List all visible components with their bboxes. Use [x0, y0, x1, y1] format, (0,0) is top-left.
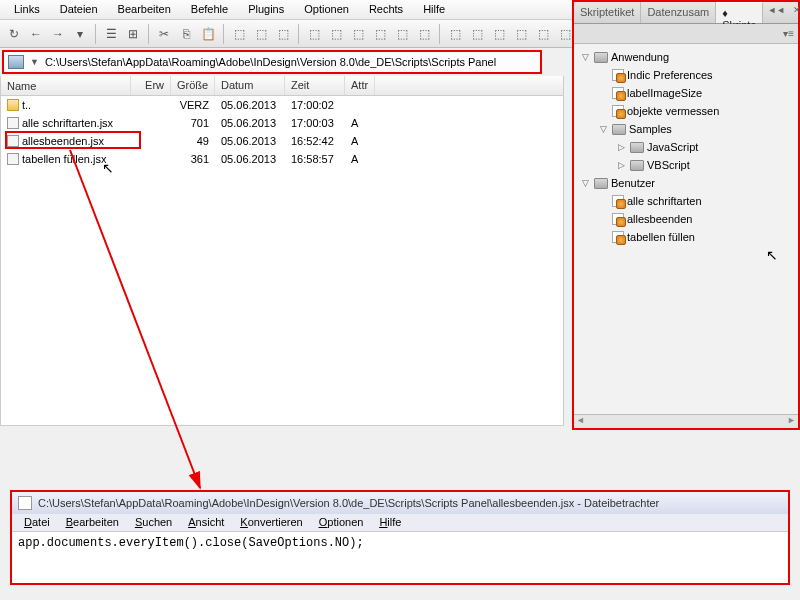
tab-data-merge[interactable]: Datenzusam: [641, 2, 716, 23]
viewer-content: app.documents.everyItem().close(SaveOpti…: [12, 532, 788, 583]
col-name[interactable]: Name: [1, 76, 131, 95]
file-row[interactable]: alle schriftarten.jsx70105.06.201317:00:…: [1, 114, 563, 132]
tool-icon[interactable]: ⬚: [511, 24, 531, 44]
menu-rechts[interactable]: Rechts: [359, 0, 413, 19]
script-icon: [612, 87, 624, 99]
viewer-menu-optionen[interactable]: Optionen: [311, 514, 372, 531]
cut-icon[interactable]: ✂: [154, 24, 174, 44]
folder-icon: [7, 99, 19, 111]
menu-plugins[interactable]: Plugins: [238, 0, 294, 19]
tree-item[interactable]: ▷JavaScript: [576, 138, 796, 156]
col-date[interactable]: Datum: [215, 76, 285, 95]
viewer-menu: DateiBearbeitenSuchenAnsichtKonvertieren…: [12, 514, 788, 532]
folder-icon: [630, 142, 644, 153]
viewer-menu-datei[interactable]: Datei: [16, 514, 58, 531]
current-path: C:\Users\Stefan\AppData\Roaming\Adobe\In…: [45, 56, 496, 68]
paste-icon[interactable]: 📋: [198, 24, 218, 44]
disclosure-icon[interactable]: ▽: [580, 52, 591, 62]
tool-icon[interactable]: ⬚: [273, 24, 293, 44]
file-row[interactable]: allesbeenden.jsx4905.06.201316:52:42A: [1, 132, 563, 150]
script-icon: [612, 69, 624, 81]
col-ext[interactable]: Erw: [131, 76, 171, 95]
script-tree: ▽AnwendungIndic PreferenceslabelImageSiz…: [574, 44, 798, 414]
menu-links[interactable]: Links: [4, 0, 50, 19]
col-time[interactable]: Zeit: [285, 76, 345, 95]
file-row[interactable]: t..VERZ05.06.201317:00:02: [1, 96, 563, 114]
viewer-menu-ansicht[interactable]: Ansicht: [180, 514, 232, 531]
file-icon: [7, 117, 19, 129]
scripts-panel: Skriptetiket Datenzusam ♦ Skripte ◄◄✕ ▾≡…: [572, 0, 800, 430]
file-row[interactable]: tabellen füllen.jsx36105.06.201316:58:57…: [1, 150, 563, 168]
menu-dateien[interactable]: Dateien: [50, 0, 108, 19]
tree-item[interactable]: ▽Anwendung: [576, 48, 796, 66]
disclosure-icon[interactable]: ▷: [616, 160, 627, 170]
back-icon[interactable]: ←: [26, 24, 46, 44]
viewer-title-text: C:\Users\Stefan\AppData\Roaming\Adobe\In…: [38, 497, 659, 509]
tab-script-label[interactable]: Skriptetiket: [574, 2, 641, 23]
menu-hilfe[interactable]: Hilfe: [413, 0, 455, 19]
script-icon: [612, 105, 624, 117]
tree-item[interactable]: allesbeenden: [576, 210, 796, 228]
script-icon: [612, 213, 624, 225]
tool-icon[interactable]: ⬚: [414, 24, 434, 44]
menu-befehle[interactable]: Befehle: [181, 0, 238, 19]
viewer-menu-hilfe[interactable]: Hilfe: [371, 514, 409, 531]
tree-item[interactable]: tabellen füllen: [576, 228, 796, 246]
tool-icon[interactable]: ⬚: [392, 24, 412, 44]
tree-item[interactable]: Indic Preferences: [576, 66, 796, 84]
document-icon: [18, 496, 32, 510]
tool-icon[interactable]: ⬚: [445, 24, 465, 44]
close-icon[interactable]: ✕: [789, 2, 800, 23]
collapse-icon[interactable]: ◄◄: [763, 2, 789, 23]
tool-icon[interactable]: ⬚: [304, 24, 324, 44]
folder-icon: [612, 124, 626, 135]
panel-tabs: Skriptetiket Datenzusam ♦ Skripte ◄◄✕: [574, 2, 798, 24]
file-icon: [7, 153, 19, 165]
col-attr[interactable]: Attr: [345, 76, 375, 95]
tool-icon[interactable]: ⬚: [229, 24, 249, 44]
script-icon: [612, 231, 624, 243]
tree-item[interactable]: alle schriftarten: [576, 192, 796, 210]
tree-item[interactable]: ▷VBScript: [576, 156, 796, 174]
folder-icon: [594, 52, 608, 63]
viewer-menu-bearbeiten[interactable]: Bearbeiten: [58, 514, 127, 531]
reload-icon[interactable]: ↻: [4, 24, 24, 44]
drive-icon: [8, 55, 24, 69]
panel-toolbar: ▾≡: [574, 24, 798, 44]
disclosure-icon[interactable]: ▽: [580, 178, 591, 188]
tool-icon[interactable]: ⬚: [348, 24, 368, 44]
disclosure-icon[interactable]: ▽: [598, 124, 609, 134]
menu-bearbeiten[interactable]: Bearbeiten: [108, 0, 181, 19]
file-icon: [7, 135, 19, 147]
tree-icon[interactable]: ⊞: [123, 24, 143, 44]
viewer-menu-suchen[interactable]: Suchen: [127, 514, 180, 531]
column-headers[interactable]: Name Erw Größe Datum Zeit Attr: [1, 76, 563, 96]
tool-icon[interactable]: ⬚: [533, 24, 553, 44]
folder-icon: [630, 160, 644, 171]
path-bar[interactable]: ▼ C:\Users\Stefan\AppData\Roaming\Adobe\…: [2, 50, 542, 74]
menu-optionen[interactable]: Optionen: [294, 0, 359, 19]
tree-item[interactable]: ▽Benutzer: [576, 174, 796, 192]
forward-icon[interactable]: →: [48, 24, 68, 44]
tool-icon[interactable]: ⬚: [251, 24, 271, 44]
file-list: Name Erw Größe Datum Zeit Attr t..VERZ05…: [0, 76, 564, 426]
tree-item[interactable]: ▽Samples: [576, 120, 796, 138]
panel-menu-icon[interactable]: ▾≡: [783, 28, 794, 39]
dropdown-icon[interactable]: ▾: [70, 24, 90, 44]
list-icon[interactable]: ☰: [101, 24, 121, 44]
col-size[interactable]: Größe: [171, 76, 215, 95]
tree-item[interactable]: objekte vermessen: [576, 102, 796, 120]
tool-icon[interactable]: ⬚: [326, 24, 346, 44]
viewer-titlebar: C:\Users\Stefan\AppData\Roaming\Adobe\In…: [12, 492, 788, 514]
tool-icon[interactable]: ⬚: [370, 24, 390, 44]
copy-icon[interactable]: ⎘: [176, 24, 196, 44]
viewer-menu-konvertieren[interactable]: Konvertieren: [232, 514, 310, 531]
tool-icon[interactable]: ⬚: [489, 24, 509, 44]
tree-item[interactable]: labelImageSize: [576, 84, 796, 102]
dropdown-icon[interactable]: ▼: [30, 57, 39, 67]
disclosure-icon[interactable]: ▷: [616, 142, 627, 152]
tool-icon[interactable]: ⬚: [467, 24, 487, 44]
script-icon: [612, 195, 624, 207]
tab-scripts[interactable]: ♦ Skripte: [716, 2, 763, 23]
scrollbar[interactable]: [574, 414, 798, 428]
